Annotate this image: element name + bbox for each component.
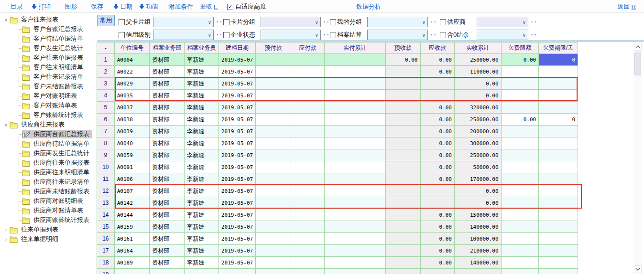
grid-column-header[interactable]: 实收累计 [455, 42, 502, 54]
cell[interactable]: 资材部 [150, 114, 185, 126]
cell[interactable] [501, 137, 539, 149]
tree-item[interactable]: 客户对账清单表 [0, 101, 94, 110]
cell[interactable]: 0.00 [420, 233, 455, 245]
grid-column-header[interactable]: 预收款 [386, 42, 420, 54]
cell[interactable]: 李新婕 [185, 209, 219, 221]
cell[interactable] [386, 137, 420, 149]
cell[interactable] [386, 245, 420, 257]
cell[interactable] [114, 269, 150, 274]
cell[interactable]: 50000.00 [455, 161, 502, 173]
cell[interactable] [325, 137, 386, 149]
row-number-cell[interactable]: 16 [97, 233, 115, 245]
cell[interactable]: 140000.00 [455, 221, 502, 233]
row-number-cell[interactable]: 1 [97, 54, 115, 66]
filter-browse-dots-3[interactable]: ·· [531, 19, 538, 25]
filter-browse-dots-2[interactable]: ·· [431, 19, 437, 25]
cell[interactable] [420, 197, 455, 209]
cell[interactable]: 0.00 [420, 221, 455, 233]
menu-back-button[interactable]: 返回R [618, 2, 636, 11]
ledger-summary-grid[interactable]: -单位编号档案业务部档案业务员建档日期预付款应付款实付累计预收款应收款实收累计欠… [97, 42, 578, 274]
cell[interactable] [185, 269, 219, 274]
row-number-cell[interactable]: 13 [97, 197, 115, 209]
cell[interactable] [291, 90, 325, 102]
cell[interactable] [291, 257, 325, 269]
cell[interactable] [501, 257, 539, 269]
row-number-cell[interactable]: 11 [97, 173, 115, 185]
grid-row[interactable]: 6A0038资材部李新婕2019-05-070.00250000.000.000 [97, 114, 578, 126]
cell[interactable]: A0039 [114, 126, 150, 137]
cell[interactable] [501, 102, 539, 114]
cell[interactable] [455, 269, 502, 274]
cell[interactable]: A0091 [114, 161, 150, 173]
grid-row[interactable]: 19 [97, 269, 578, 274]
selected-row-cell[interactable]: 0.00 [501, 54, 539, 66]
cell[interactable] [386, 66, 420, 78]
cell[interactable] [539, 185, 578, 197]
cell[interactable]: 2019-05-07 [218, 114, 255, 126]
filter-browse-dots-7[interactable]: ·· [531, 32, 538, 38]
row-number-cell[interactable]: 17 [97, 245, 115, 257]
filter-dropdown-3[interactable]: ∨ [477, 17, 528, 27]
cell[interactable] [539, 126, 578, 137]
cell[interactable] [256, 66, 291, 78]
cell[interactable] [325, 233, 386, 245]
cell[interactable]: 李新婕 [185, 173, 219, 185]
cell[interactable]: 0.00 [420, 137, 455, 149]
cell[interactable]: 李新婕 [185, 233, 219, 245]
selected-row-cell[interactable] [325, 54, 386, 66]
cell[interactable]: 210000.00 [455, 245, 502, 257]
cell[interactable]: 0.00 [386, 54, 420, 66]
cell[interactable] [256, 114, 291, 126]
cell[interactable]: 2019-05-07 [218, 197, 255, 209]
cell[interactable] [325, 126, 386, 137]
row-number-cell[interactable]: 5 [97, 102, 115, 114]
selected-row-cell[interactable]: 2019-05-07 [218, 54, 255, 66]
grid-row[interactable]: 9A0059资材部李新婕2019-05-070.00250000.00 [97, 149, 578, 161]
cell[interactable]: A0022 [114, 66, 150, 78]
cell[interactable] [256, 126, 291, 137]
grid-row[interactable]: 13A0142资材部李新婕2019-05-070.00 [97, 197, 578, 209]
tree-item[interactable]: 供应商对账清单表 [0, 206, 94, 215]
cell[interactable]: A0037 [114, 102, 150, 114]
cell[interactable]: 0.00 [420, 102, 455, 114]
cell[interactable]: 0.00 [420, 149, 455, 161]
tab-common[interactable]: 常用 [97, 15, 115, 26]
scroll-down-button[interactable] [634, 265, 642, 273]
grid-row[interactable]: 2A0022资材部李新婕2019-05-070.00110000.00 [97, 66, 578, 78]
menu-save-button[interactable]: 保存 [91, 2, 103, 11]
cell[interactable]: 资材部 [150, 173, 185, 185]
cell[interactable] [539, 209, 578, 221]
cell[interactable]: 2019-05-07 [218, 66, 255, 78]
cell[interactable] [325, 185, 386, 197]
cell[interactable] [256, 90, 291, 102]
cell[interactable] [256, 185, 291, 197]
cell[interactable]: 2019-05-07 [218, 185, 255, 197]
cell[interactable] [386, 257, 420, 269]
tree-root-item[interactable]: ∨供应商往来报表 [0, 120, 94, 129]
cell[interactable]: 250000.00 [455, 114, 502, 126]
cell[interactable] [291, 245, 325, 257]
cell[interactable]: 资材部 [150, 185, 185, 197]
cell[interactable]: A0038 [114, 114, 150, 126]
cell[interactable] [325, 66, 386, 78]
filter-checkbox-6[interactable] [330, 32, 336, 38]
cell[interactable] [291, 149, 325, 161]
cell[interactable] [501, 185, 539, 197]
selected-row-cell[interactable] [256, 54, 291, 66]
cell[interactable]: 李新婕 [185, 161, 219, 173]
grid-column-header[interactable]: 应收款 [420, 42, 455, 54]
filter-dropdown-5[interactable]: ∨ [261, 30, 321, 40]
tree-item[interactable]: 供应商待结单据清单 [0, 139, 94, 148]
cell[interactable]: 2019-05-07 [218, 233, 255, 245]
cell[interactable] [325, 245, 386, 257]
cell[interactable] [501, 173, 539, 185]
tree-item[interactable]: 客户往来记录清单 [0, 72, 94, 82]
menu-print-button[interactable]: 打印 [32, 2, 51, 11]
row-number-cell[interactable]: 8 [97, 137, 115, 149]
cell[interactable]: 2019-05-07 [218, 102, 255, 114]
cell[interactable] [386, 221, 420, 233]
filter-browse-dots-4[interactable]: ·· [217, 32, 223, 38]
cell[interactable] [420, 78, 455, 90]
cell[interactable]: 李新婕 [185, 245, 219, 257]
cell[interactable]: 李新婕 [185, 102, 219, 114]
